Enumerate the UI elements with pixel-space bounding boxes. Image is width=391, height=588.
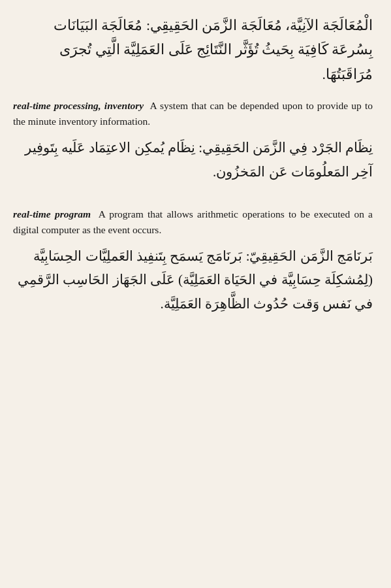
entry-program-term: real-time program bbox=[13, 208, 91, 220]
arabic-intro-text: الْمُعَالَجَة الآنِيَّة، مُعَالَجَة الزَ… bbox=[13, 13, 373, 86]
entry-inventory-term: real-time processing, inventory bbox=[13, 100, 144, 111]
entry-inventory: real-time processing, inventory A system… bbox=[13, 98, 373, 184]
entry-inventory-english: real-time processing, inventory A system… bbox=[13, 98, 373, 129]
entry-inventory-arabic: نِظَام الجَرْد فِي الزَّمَن الحَقِيقِي: … bbox=[13, 136, 373, 184]
entry-program-english: real-time program A program that allows … bbox=[13, 206, 373, 238]
entry-program: real-time program A program that allows … bbox=[13, 206, 373, 316]
entry-program-arabic: بَرنَامَج الزَّمَن الحَقِيقِيّ: بَرنَامَ… bbox=[13, 244, 373, 316]
page-content: الْمُعَالَجَة الآنِيَّة، مُعَالَجَة الزَ… bbox=[13, 13, 373, 316]
gap-1 bbox=[13, 193, 373, 206]
